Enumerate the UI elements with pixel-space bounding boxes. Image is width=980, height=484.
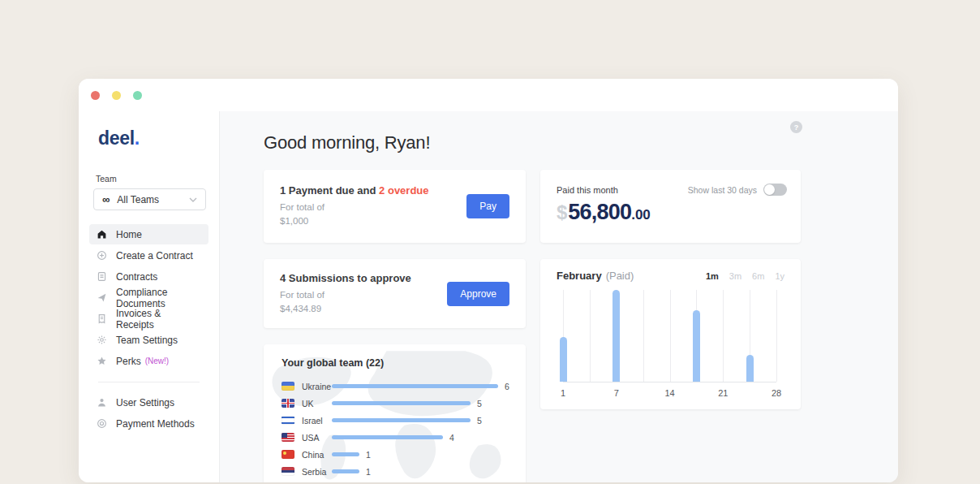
team-count: 1 — [366, 450, 371, 460]
team-row-serbia: Serbia 1 — [282, 463, 508, 480]
user-icon — [97, 397, 107, 408]
february-plot — [563, 290, 776, 382]
new-badge: (New!) — [145, 357, 169, 365]
team-count: 5 — [477, 399, 482, 408]
send-icon — [97, 292, 107, 303]
sidebar-item-label: Team Settings — [116, 335, 178, 346]
country-label: Serbia — [302, 467, 332, 477]
for-total-of-label: For total of — [280, 202, 325, 212]
amount-cents: .00 — [631, 207, 651, 223]
team-bar — [332, 452, 359, 456]
maximize-window-button[interactable] — [133, 91, 142, 100]
team-count: 4 — [449, 433, 454, 443]
tab-6m[interactable]: 6m — [752, 271, 764, 281]
currency-symbol: $ — [557, 201, 567, 224]
country-label: China — [302, 450, 332, 460]
team-selector-value: All Teams — [117, 194, 159, 205]
sidebar-item-payment-methods[interactable]: Payment Methods — [89, 413, 208, 434]
payment-due-title: 1 Payment due and 2 overdue — [280, 184, 429, 197]
team-bar — [332, 384, 498, 388]
receipt-icon — [97, 313, 107, 324]
tab-1m[interactable]: 1m — [706, 271, 719, 281]
x-tick-label: 1 — [561, 388, 565, 398]
tab-1y[interactable]: 1y — [775, 271, 784, 281]
x-tick-label: 28 — [772, 388, 781, 398]
amount-value: 56,800 — [568, 200, 631, 225]
help-icon[interactable]: ? — [790, 121, 802, 133]
sidebar-item-label: Invoices & Receipts — [116, 308, 201, 331]
country-label: Israel — [302, 416, 332, 426]
submissions-subtitle: For total of$4,434.89 — [280, 288, 411, 315]
submissions-amount: $4,434.89 — [280, 304, 321, 313]
sidebar-item-label: User Settings — [116, 397, 174, 408]
x-tick-label: 21 — [718, 388, 728, 398]
february-chart-card: February (Paid) 1m 3m 6m 1y 171421 — [540, 259, 801, 409]
sidebar-item-label: Perks — [116, 356, 141, 367]
chart-gridline — [723, 290, 724, 382]
logo-text: deel — [98, 127, 135, 149]
for-total-of-label: For total of — [280, 290, 325, 300]
team-count: 6 — [505, 382, 509, 391]
x-tick-label: 14 — [664, 388, 674, 398]
sidebar-item-invoices-receipts[interactable]: Invoices & Receipts — [89, 309, 208, 329]
chart-gridline — [670, 290, 671, 382]
sidebar-divider — [98, 382, 200, 382]
main-content: ? Good morning, Ryan! 1 Payment due and … — [220, 111, 898, 482]
paid-amount: $56,800.00 — [557, 200, 784, 225]
team-row-china: China 1 — [282, 446, 508, 463]
x-tick-label: 7 — [614, 388, 619, 398]
show-last-30-days-toggle[interactable] — [763, 184, 787, 196]
coin-icon — [97, 418, 107, 429]
flag-israel-icon — [282, 416, 294, 425]
tab-3m[interactable]: 3m — [729, 271, 741, 281]
close-window-button[interactable] — [91, 91, 100, 100]
sidebar-item-contracts[interactable]: Contracts — [89, 266, 208, 287]
sidebar-item-user-settings[interactable]: User Settings — [89, 392, 208, 413]
country-label: UK — [302, 399, 332, 408]
flag-china-icon — [282, 450, 294, 459]
team-row-uk: UK 5 — [282, 395, 508, 412]
star-icon — [97, 356, 107, 366]
team-count: 5 — [477, 416, 482, 426]
sidebar-item-create-contract[interactable]: Create a Contract — [89, 245, 208, 266]
chart-gridline — [643, 290, 644, 382]
infinity-icon: ∞ — [102, 194, 110, 205]
chart-bar-day-1 — [560, 337, 567, 382]
document-icon — [97, 271, 107, 282]
chart-gridline — [590, 290, 591, 382]
submissions-card: 4 Submissions to approve For total of$4,… — [264, 259, 526, 328]
paid-this-month-card: Paid this month $56,800.00 Show last 30 … — [540, 170, 801, 243]
sidebar-item-perks[interactable]: Perks (New!) — [89, 351, 208, 371]
sidebar-item-team-settings[interactable]: Team Settings — [89, 330, 208, 350]
chart-title: February — [557, 270, 602, 282]
team-selector-dropdown[interactable]: ∞ All Teams — [93, 188, 206, 210]
flag-ukraine-icon — [282, 382, 294, 391]
show-last-30-days-label: Show last 30 days — [688, 185, 757, 195]
logo-dot: . — [135, 127, 140, 149]
gear-icon — [97, 335, 107, 345]
sidebar-item-label: Home — [116, 229, 142, 240]
sidebar-item-label: Payment Methods — [116, 418, 195, 430]
country-label: USA — [302, 433, 332, 443]
desktop-background: deel. Team ∞ All Teams Home — [0, 0, 980, 484]
sidebar-item-home[interactable]: Home — [89, 224, 208, 244]
team-bar — [332, 401, 471, 405]
chart-bar-day-18 — [693, 310, 700, 382]
minimize-window-button[interactable] — [112, 91, 121, 100]
sidebar-item-compliance-documents[interactable]: Compliance Documents — [89, 287, 208, 308]
global-team-title: Your global team (22) — [282, 357, 508, 369]
flag-serbia-icon — [282, 467, 294, 476]
sidebar-nav: Home Create a Contract Contracts Complia… — [79, 224, 219, 434]
payment-due-card: 1 Payment due and 2 overdue For total of… — [264, 170, 526, 243]
payment-due-amount: $1,000 — [280, 216, 308, 226]
team-bar — [332, 418, 471, 422]
team-label: Team — [96, 174, 206, 184]
flag-uk-icon — [282, 399, 294, 408]
app-window: deel. Team ∞ All Teams Home — [79, 79, 898, 482]
chevron-down-icon — [189, 197, 197, 202]
team-count: 1 — [366, 467, 371, 477]
overdue-count: 2 overdue — [379, 184, 428, 197]
approve-button[interactable]: Approve — [447, 282, 509, 306]
submissions-title: 4 Submissions to approve — [280, 272, 411, 284]
pay-button[interactable]: Pay — [466, 194, 509, 218]
